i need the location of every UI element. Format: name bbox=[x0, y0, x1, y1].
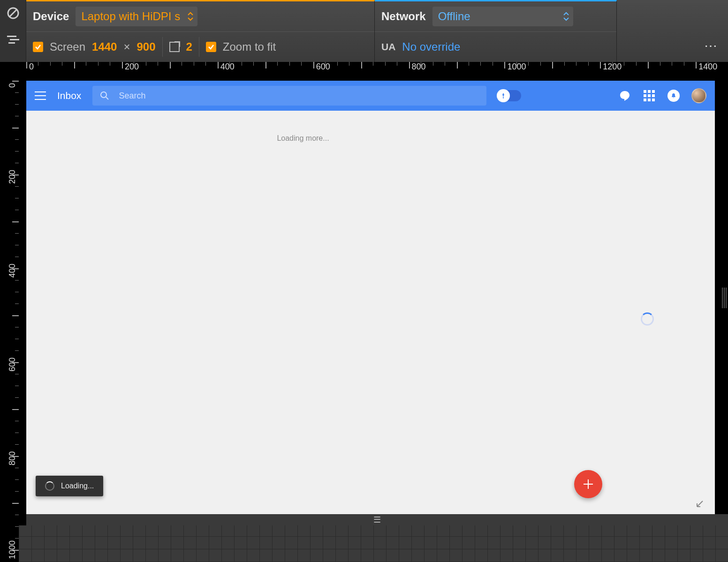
device-pane: Device Laptop with HiDPI s Screen 1440 ×… bbox=[26, 0, 375, 62]
svg-rect-3 bbox=[10, 39, 19, 40]
svg-point-5 bbox=[101, 92, 106, 98]
screen-width[interactable]: 1440 bbox=[92, 40, 117, 53]
screen-x: × bbox=[123, 40, 130, 53]
devtools-sidebar bbox=[0, 0, 26, 62]
ruler-number: 800 bbox=[8, 456, 17, 465]
ruler-number: 800 bbox=[412, 62, 426, 72]
ruler-number: 600 bbox=[8, 362, 17, 372]
right-resize-handle[interactable] bbox=[720, 281, 728, 314]
network-label: Network bbox=[381, 10, 426, 23]
ruler-number: 200 bbox=[8, 175, 17, 184]
overflow-grid bbox=[19, 525, 728, 562]
chevron-updown-icon bbox=[563, 11, 569, 22]
separator bbox=[162, 37, 163, 57]
screen-label: Screen bbox=[50, 40, 85, 53]
spinner-icon bbox=[641, 312, 654, 326]
dpr-icon bbox=[169, 42, 180, 52]
separator bbox=[199, 37, 199, 57]
toolbar-right: ⋯ bbox=[617, 0, 728, 62]
device-select-value: Laptop with HiDPI s bbox=[81, 10, 180, 23]
ua-value[interactable]: No override bbox=[402, 40, 460, 53]
search-box[interactable] bbox=[92, 86, 486, 106]
ruler-number: 400 bbox=[220, 62, 235, 72]
toast-text: Loading... bbox=[61, 482, 94, 490]
device-label: Device bbox=[33, 10, 69, 23]
devtools-toolbar: Device Laptop with HiDPI s Screen 1440 ×… bbox=[26, 0, 728, 62]
inbox-header: Inbox bbox=[26, 81, 715, 111]
chevron-updown-icon bbox=[187, 11, 194, 22]
ruler-number: 200 bbox=[125, 62, 139, 72]
ruler-number: 400 bbox=[8, 268, 17, 278]
drawer-handle[interactable]: ☰ bbox=[26, 514, 728, 525]
spinner-icon bbox=[45, 481, 54, 491]
more-icon[interactable]: ⋯ bbox=[704, 38, 719, 53]
device-select[interactable]: Laptop with HiDPI s bbox=[76, 7, 197, 26]
avatar[interactable] bbox=[691, 88, 706, 103]
inbox-content: Loading more... Loading... bbox=[26, 111, 715, 514]
dpr-value[interactable]: 2 bbox=[186, 40, 192, 53]
search-icon bbox=[100, 91, 109, 100]
svg-line-1 bbox=[9, 9, 17, 17]
svg-rect-2 bbox=[7, 36, 16, 37]
filter-icon[interactable] bbox=[0, 26, 26, 53]
ruler-number: 1400 bbox=[698, 62, 717, 72]
ruler-number: 0 bbox=[29, 62, 34, 72]
zoom-label: Zoom to fit bbox=[223, 40, 276, 53]
pin-icon bbox=[497, 89, 510, 102]
svg-line-6 bbox=[106, 97, 108, 99]
resize-handle-icon[interactable] bbox=[695, 500, 704, 509]
ruler-number: 1000 bbox=[8, 550, 17, 559]
ruler-number: 600 bbox=[316, 62, 330, 72]
zoom-checkbox[interactable] bbox=[206, 42, 216, 52]
network-select[interactable]: Offline bbox=[432, 7, 573, 26]
ruler-number: 1000 bbox=[507, 62, 526, 72]
network-pane: Network Offline UA No override bbox=[375, 0, 617, 62]
screen-checkbox[interactable] bbox=[33, 42, 43, 52]
compose-fab[interactable] bbox=[574, 470, 602, 498]
ruler-number: 1200 bbox=[603, 62, 622, 72]
apps-icon[interactable] bbox=[643, 89, 656, 102]
app-title[interactable]: Inbox bbox=[57, 90, 81, 101]
svg-rect-4 bbox=[8, 42, 15, 44]
loading-more-text: Loading more... bbox=[209, 134, 397, 143]
loading-toast: Loading... bbox=[36, 476, 103, 496]
pin-toggle[interactable] bbox=[498, 90, 521, 101]
ruler-horizontal: 0200400600800100012001400 bbox=[19, 62, 728, 81]
ruler-vertical: 02004006008001000 bbox=[0, 62, 19, 562]
no-entry-icon[interactable] bbox=[0, 0, 26, 26]
drawer-icon: ☰ bbox=[373, 515, 381, 525]
network-select-value: Offline bbox=[438, 10, 470, 23]
ruler-number: 0 bbox=[8, 81, 17, 90]
search-input[interactable] bbox=[119, 91, 479, 101]
screen-height[interactable]: 900 bbox=[136, 40, 155, 53]
menu-icon[interactable] bbox=[35, 91, 46, 100]
notifications-icon[interactable] bbox=[667, 89, 680, 102]
ua-label: UA bbox=[381, 41, 395, 53]
hangouts-icon[interactable] bbox=[618, 89, 631, 102]
emulated-viewport: Inbox Loading more... Loading... bbox=[26, 81, 715, 514]
